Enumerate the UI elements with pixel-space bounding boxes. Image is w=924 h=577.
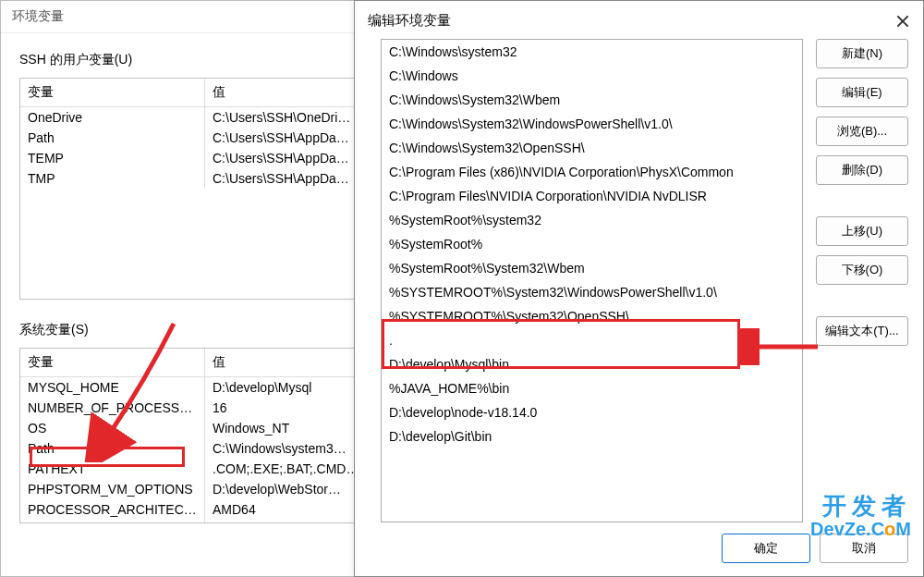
var-name: TEMP bbox=[20, 148, 205, 168]
var-name: PROCESSOR_ARCHITECTURE bbox=[20, 499, 205, 520]
list-item[interactable]: . bbox=[382, 328, 802, 352]
list-item[interactable]: C:\Program Files\NVIDIA Corporation\NVID… bbox=[382, 184, 802, 208]
browse-button[interactable]: 浏览(B)... bbox=[816, 117, 908, 146]
list-item[interactable]: C:\Windows\System32\OpenSSH\ bbox=[382, 136, 802, 160]
var-name: NUMBER_OF_PROCESSORS bbox=[20, 398, 205, 418]
move-down-button[interactable]: 下移(O) bbox=[816, 255, 908, 285]
list-item[interactable]: %SystemRoot%\system32 bbox=[382, 208, 802, 232]
edit-button[interactable]: 编辑(E) bbox=[816, 78, 908, 107]
column-header-var: 变量 bbox=[20, 79, 205, 106]
path-entries-list[interactable]: C:\Windows\system32C:\WindowsC:\Windows\… bbox=[381, 39, 803, 522]
new-button[interactable]: 新建(N) bbox=[816, 39, 908, 68]
var-name: TMP bbox=[20, 168, 205, 189]
var-name: MYSQL_HOME bbox=[20, 377, 205, 398]
var-name: PHPSTORM_VM_OPTIONS bbox=[20, 479, 205, 499]
column-header-var: 变量 bbox=[20, 349, 205, 376]
list-item[interactable]: %SystemRoot%\System32\Wbem bbox=[382, 256, 802, 280]
cancel-button[interactable]: 取消 bbox=[820, 534, 908, 563]
move-up-button[interactable]: 上移(U) bbox=[816, 216, 908, 246]
var-name: OS bbox=[20, 418, 205, 438]
var-name: Path bbox=[20, 438, 205, 459]
list-item[interactable]: C:\Windows bbox=[382, 64, 802, 88]
edit-environment-variable-dialog: 编辑环境变量 C:\Windows\system32C:\WindowsC:\W… bbox=[354, 0, 924, 577]
ok-button[interactable]: 确定 bbox=[722, 534, 810, 563]
list-item[interactable]: %SYSTEMROOT%\System32\WindowsPowerShell\… bbox=[382, 280, 802, 304]
list-item[interactable]: D:\develop\node-v18.14.0 bbox=[382, 400, 802, 424]
var-name: OneDrive bbox=[20, 107, 205, 128]
var-name: PROCESSOR_IDENTIFIER bbox=[20, 520, 205, 523]
list-item[interactable]: %JAVA_HOME%\bin bbox=[382, 376, 802, 400]
list-item[interactable]: D:\develop\Git\bin bbox=[382, 424, 802, 448]
window-title: 环境变量 bbox=[12, 8, 64, 25]
list-item[interactable]: %SystemRoot% bbox=[382, 232, 802, 256]
list-item[interactable]: C:\Windows\System32\Wbem bbox=[382, 88, 802, 112]
list-item[interactable]: C:\Program Files (x86)\NVIDIA Corporatio… bbox=[382, 160, 802, 184]
var-name: Path bbox=[20, 128, 205, 148]
list-item[interactable]: %SYSTEMROOT%\System32\OpenSSH\ bbox=[382, 304, 802, 328]
dialog-title: 编辑环境变量 bbox=[368, 12, 451, 30]
var-name: PATHEXT bbox=[20, 459, 205, 479]
list-item[interactable]: C:\Windows\system32 bbox=[382, 40, 802, 64]
list-item[interactable]: D:\develop\Mysql\bin bbox=[382, 352, 802, 376]
delete-button[interactable]: 删除(D) bbox=[816, 155, 908, 185]
close-icon[interactable] bbox=[895, 14, 910, 29]
edit-text-button[interactable]: 编辑文本(T)... bbox=[816, 316, 908, 346]
list-item[interactable]: C:\Windows\System32\WindowsPowerShell\v1… bbox=[382, 112, 802, 136]
